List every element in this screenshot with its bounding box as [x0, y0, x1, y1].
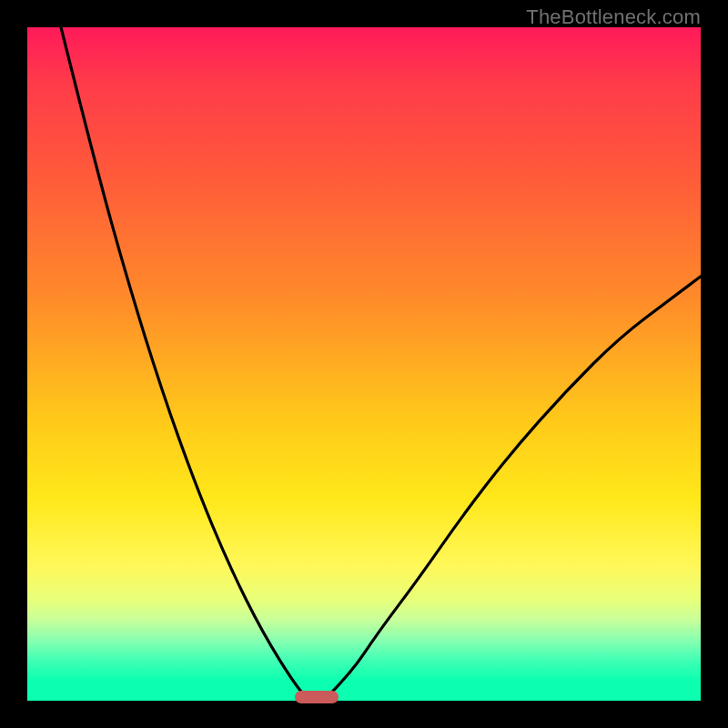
chart-frame: TheBottleneck.com: [0, 0, 728, 728]
curve-right-branch: [324, 277, 701, 701]
watermark-label: TheBottleneck.com: [526, 5, 701, 29]
curve-left-branch: [61, 27, 310, 701]
minimum-marker: [295, 691, 339, 703]
curve-layer: [27, 27, 701, 701]
